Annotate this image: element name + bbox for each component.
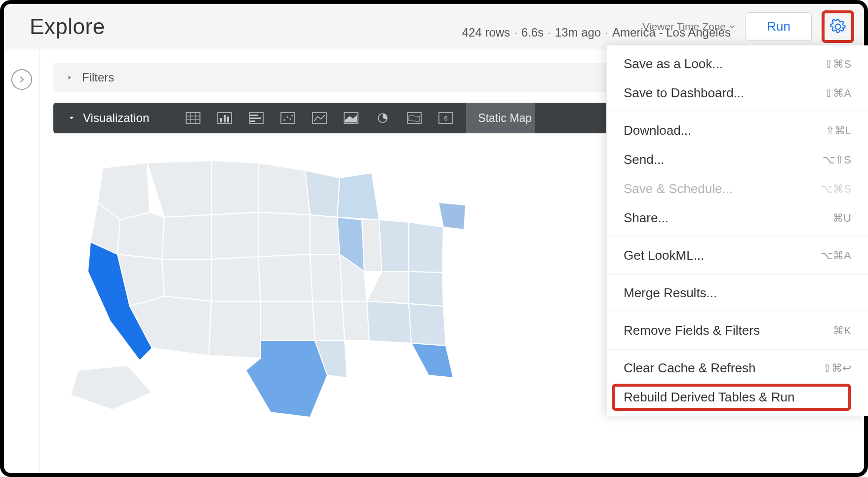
menu-section: Merge Results... bbox=[607, 275, 868, 312]
menu-item-shortcut: ⌥⇧S bbox=[823, 154, 851, 166]
menu-item-label: Save as a Look... bbox=[624, 56, 723, 72]
filters-label: Filters bbox=[82, 71, 114, 84]
menu-item-label: Remove Fields & Filters bbox=[624, 323, 760, 338]
state-in bbox=[362, 220, 382, 272]
viz-icon-line[interactable] bbox=[305, 109, 334, 127]
menu-item-label: Send... bbox=[624, 152, 664, 167]
menu-item-get-lookml[interactable]: Get LookML...⌥⌘A bbox=[607, 241, 868, 270]
svg-point-16 bbox=[290, 119, 291, 120]
menu-item-label: Save to Dashboard... bbox=[624, 85, 744, 101]
menu-item-save-schedule: Save & Schedule...⌥⌘S bbox=[607, 174, 868, 203]
caret-right-icon bbox=[66, 74, 73, 81]
viz-icon-horizontal-bar[interactable] bbox=[242, 109, 271, 127]
svg-rect-21 bbox=[407, 113, 421, 123]
svg-rect-7 bbox=[224, 115, 226, 122]
settings-gear-button[interactable] bbox=[822, 10, 854, 43]
menu-item-save-dashboard[interactable]: Save to Dashboard...⇧⌘A bbox=[607, 79, 868, 108]
menu-item-shortcut: ⇧⌘L bbox=[826, 124, 851, 137]
svg-rect-13 bbox=[281, 113, 295, 123]
menu-item-download[interactable]: Download...⇧⌘L bbox=[607, 116, 868, 145]
menu-section: Save as a Look...⇧⌘SSave to Dashboard...… bbox=[607, 45, 868, 112]
state-co bbox=[211, 257, 261, 301]
visualization-type-icons: 6 bbox=[179, 109, 460, 127]
state-mt bbox=[147, 160, 211, 217]
status-elapsed: 6.6s bbox=[521, 26, 544, 40]
menu-item-label: Download... bbox=[624, 123, 691, 138]
svg-rect-12 bbox=[250, 120, 255, 122]
menu-item-shortcut: ⌘K bbox=[833, 324, 851, 337]
run-button[interactable]: Run bbox=[746, 12, 812, 41]
menu-item-shortcut: ⇧⌘A bbox=[824, 87, 851, 100]
state-ne bbox=[258, 212, 310, 257]
state-ok bbox=[261, 301, 315, 341]
state-wy bbox=[162, 215, 211, 259]
menu-item-merge[interactable]: Merge Results... bbox=[607, 278, 868, 308]
state-tn bbox=[367, 272, 409, 304]
state-sd bbox=[211, 212, 258, 259]
menu-item-shortcut: ⌘U bbox=[832, 212, 851, 225]
menu-item-shortcut: ⌥⌘A bbox=[821, 249, 851, 262]
state-ar bbox=[313, 301, 345, 341]
expand-sidebar-button[interactable] bbox=[11, 69, 32, 90]
settings-dropdown-menu: Save as a Look...⇧⌘SSave to Dashboard...… bbox=[606, 45, 868, 416]
menu-item-label: Merge Results... bbox=[624, 285, 717, 301]
left-rail bbox=[4, 49, 39, 473]
state-ks bbox=[258, 254, 313, 301]
state-mi bbox=[337, 173, 379, 220]
menu-item-shortcut: ⌥⌘S bbox=[821, 183, 851, 196]
svg-text:6: 6 bbox=[444, 115, 448, 122]
menu-section: Download...⇧⌘LSend...⌥⇧SSave & Schedule.… bbox=[607, 112, 868, 237]
state-ga bbox=[409, 304, 446, 346]
separator-dot: · bbox=[548, 26, 551, 40]
us-map-svg bbox=[63, 143, 468, 420]
visualization-label: Visualization bbox=[83, 111, 149, 125]
status-locale: America - Los Angeles bbox=[612, 26, 731, 40]
page-title: Explore bbox=[30, 14, 105, 39]
menu-item-save-look[interactable]: Save as a Look...⇧⌘S bbox=[607, 49, 868, 79]
viz-icon-scatter[interactable] bbox=[274, 109, 302, 127]
status-age: 13m ago bbox=[555, 26, 601, 40]
viz-icon-table[interactable] bbox=[179, 109, 207, 127]
menu-item-remove-fields[interactable]: Remove Fields & Filters⌘K bbox=[607, 316, 868, 345]
state-al bbox=[367, 301, 411, 343]
menu-item-rebuild[interactable]: Rebuild Derived Tables & Run bbox=[607, 383, 868, 412]
menu-item-shortcut: ⇧⌘↩ bbox=[823, 362, 851, 375]
state-wi bbox=[305, 170, 340, 217]
menu-item-share[interactable]: Share...⌘U bbox=[607, 203, 868, 233]
state-mn bbox=[258, 163, 310, 215]
status-rows: 424 rows bbox=[462, 26, 510, 40]
chevron-right-icon bbox=[17, 75, 26, 84]
viz-icon-pie[interactable] bbox=[368, 109, 397, 127]
svg-rect-6 bbox=[220, 118, 222, 122]
state-ak bbox=[71, 365, 152, 410]
separator-dot: · bbox=[514, 26, 517, 40]
state-va-nc bbox=[409, 272, 443, 306]
visualization-panel-header[interactable]: Visualization bbox=[53, 111, 164, 125]
query-status: 424 rows · 6.6s · 13m ago · America - Lo… bbox=[462, 26, 731, 40]
menu-item-send[interactable]: Send...⌥⇧S bbox=[607, 145, 868, 174]
menu-item-clear-cache[interactable]: Clear Cache & Refresh⇧⌘↩ bbox=[607, 354, 868, 383]
menu-section: Clear Cache & Refresh⇧⌘↩Rebuild Derived … bbox=[607, 350, 868, 416]
svg-point-17 bbox=[292, 115, 293, 117]
gear-icon bbox=[830, 19, 846, 35]
separator-dot: · bbox=[605, 26, 608, 40]
svg-rect-0 bbox=[186, 113, 200, 123]
state-ny bbox=[438, 202, 466, 230]
viz-icon-bar[interactable] bbox=[210, 109, 239, 127]
state-ut bbox=[162, 259, 211, 301]
menu-section: Get LookML...⌥⌘A bbox=[607, 237, 868, 275]
viz-icon-map[interactable] bbox=[400, 109, 429, 127]
menu-item-label: Share... bbox=[624, 210, 669, 226]
caret-down-icon bbox=[68, 115, 75, 121]
menu-item-label: Rebuild Derived Tables & Run bbox=[624, 390, 794, 405]
state-oh bbox=[379, 220, 409, 272]
state-fl bbox=[411, 343, 453, 378]
svg-point-15 bbox=[287, 117, 288, 118]
viz-icon-area[interactable] bbox=[337, 109, 365, 127]
topbar: Explore Viewer Time Zone Run 424 rows · … bbox=[4, 4, 864, 49]
viz-icon-single-value[interactable]: 6 bbox=[432, 109, 460, 127]
menu-item-label: Clear Cache & Refresh bbox=[624, 360, 755, 376]
viz-tab-static-map[interactable]: Static Map bbox=[466, 103, 535, 133]
state-ia bbox=[310, 215, 340, 254]
svg-rect-10 bbox=[250, 115, 258, 116]
